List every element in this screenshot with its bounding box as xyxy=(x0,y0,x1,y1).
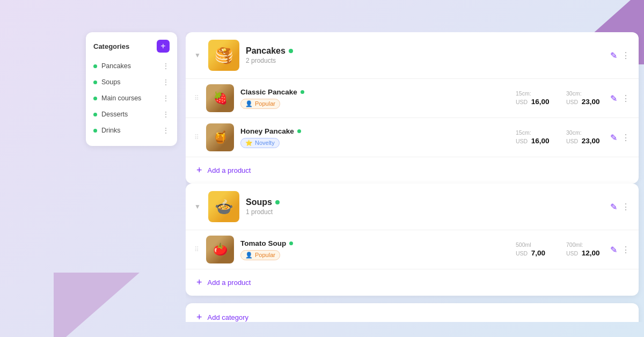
price-amount: 16,00 xyxy=(531,98,550,106)
product-active-dot-tomato-soup xyxy=(289,241,293,245)
product-prices-tomato-soup: 500ml USD 7,00 700ml: USD 12,00 xyxy=(516,241,604,258)
category-actions-pancakes: ✎ ⋮ xyxy=(610,50,630,61)
category-header-pancakes: ▼ 🥞 Pancakes 2 products ✎ ⋮ xyxy=(186,32,639,78)
category-actions-soups: ✎ ⋮ xyxy=(610,202,630,212)
sidebar-item-soups[interactable]: Soups ⋮ xyxy=(86,74,177,90)
price-amount: 23,00 xyxy=(582,98,600,106)
category-name-pancakes: Pancakes xyxy=(246,46,604,56)
sidebar-item-main-courses[interactable]: Main courses ⋮ xyxy=(86,90,177,106)
sidebar-item-more-icon[interactable]: ⋮ xyxy=(162,126,170,135)
sidebar-item-desserts[interactable]: Desserts ⋮ xyxy=(86,106,177,122)
product-more-icon-honey-pancake[interactable]: ⋮ xyxy=(621,133,630,143)
drag-handle-honey-pancake[interactable]: ⠿ xyxy=(194,134,200,141)
price-size-label: 700ml: xyxy=(566,241,583,248)
price-amount: 7,00 xyxy=(531,249,545,257)
price-amount: 16,00 xyxy=(531,137,550,145)
price-value: USD 16,00 xyxy=(516,97,549,106)
sidebar-items-list: Pancakes ⋮ Soups ⋮ Main courses ⋮ Desser… xyxy=(86,58,177,138)
price-currency: USD xyxy=(566,99,578,105)
category-header-soups: ▼ 🍲 Soups 1 product ✎ ⋮ xyxy=(186,184,639,230)
product-info-honey-pancake: Honey Pancake ⭐ Novelty xyxy=(240,127,509,148)
product-edit-icon-honey-pancake[interactable]: ✎ xyxy=(610,133,617,143)
sidebar-item-more-icon[interactable]: ⋮ xyxy=(162,94,170,102)
add-product-row-pancakes[interactable]: + Add a product xyxy=(186,157,639,184)
product-name-honey-pancake: Honey Pancake xyxy=(240,127,509,135)
sidebar-item-dot xyxy=(93,113,97,116)
add-category-card[interactable]: + Add category xyxy=(186,303,639,322)
product-prices-honey-pancake: 15cm: USD 16,00 30cm: USD 23,00 xyxy=(516,129,604,145)
categories-list: ▼ 🥞 Pancakes 2 products ✎ ⋮ ⠿ 🍓 Classic … xyxy=(186,32,639,296)
price-size-label: 500ml xyxy=(516,241,531,248)
price-value: USD 23,00 xyxy=(566,97,599,106)
category-more-icon-pancakes[interactable]: ⋮ xyxy=(621,50,630,61)
price-block: 30cm: USD 23,00 xyxy=(566,129,604,145)
add-product-label-soups: Add a product xyxy=(208,279,251,287)
sidebar-item-pancakes[interactable]: Pancakes ⋮ xyxy=(86,58,177,74)
price-amount: 23,00 xyxy=(582,137,600,145)
sidebar-item-dot xyxy=(93,97,97,100)
price-amount: 12,00 xyxy=(582,249,600,257)
price-block: 700ml: USD 12,00 xyxy=(566,241,604,258)
product-image-tomato-soup: 🍅 xyxy=(206,236,234,263)
sidebar-item-label: Main courses xyxy=(101,94,162,102)
product-info-tomato-soup: Tomato Soup 👤 Popular xyxy=(240,239,509,260)
price-block: 15cm: USD 16,00 xyxy=(516,90,553,106)
product-name-tomato-soup: Tomato Soup xyxy=(240,239,509,247)
category-more-icon-soups[interactable]: ⋮ xyxy=(621,202,630,212)
product-edit-icon-tomato-soup[interactable]: ✎ xyxy=(610,245,617,255)
product-name-classic-pancake: Classic Pancake xyxy=(240,88,509,96)
sidebar-item-drinks[interactable]: Drinks ⋮ xyxy=(86,122,177,138)
sidebar-add-button[interactable]: + xyxy=(157,40,170,53)
product-row-classic-pancake: ⠿ 🍓 Classic Pancake 👤 Popular 15cm: xyxy=(186,78,639,118)
drag-handle-tomato-soup[interactable]: ⠿ xyxy=(194,246,200,253)
add-product-icon-pancakes: + xyxy=(196,165,202,176)
price-value: USD 16,00 xyxy=(516,136,549,145)
price-currency: USD xyxy=(516,99,528,105)
add-product-row-soups[interactable]: + Add a product xyxy=(186,269,639,296)
category-image-soups: 🍲 xyxy=(208,191,239,222)
product-image-classic-pancake: 🍓 xyxy=(206,84,234,112)
sidebar-item-more-icon[interactable]: ⋮ xyxy=(162,110,170,119)
sidebar-item-more-icon[interactable]: ⋮ xyxy=(162,62,170,70)
sidebar-item-label: Drinks xyxy=(101,127,162,134)
category-active-dot-pancakes xyxy=(289,49,293,53)
content-area: ▼ 🥞 Pancakes 2 products ✎ ⋮ ⠿ 🍓 Classic … xyxy=(186,32,644,322)
category-card-soups: ▼ 🍲 Soups 1 product ✎ ⋮ ⠿ 🍅 Tomato Soup xyxy=(186,184,639,296)
product-badge-tomato-soup: 👤 Popular xyxy=(240,250,280,260)
category-edit-icon-soups[interactable]: ✎ xyxy=(610,202,617,212)
add-product-label-pancakes: Add a product xyxy=(208,166,251,174)
product-more-icon-tomato-soup[interactable]: ⋮ xyxy=(621,245,630,255)
product-badge-honey-pancake: ⭐ Novelty xyxy=(240,138,280,148)
category-card-pancakes: ▼ 🥞 Pancakes 2 products ✎ ⋮ ⠿ 🍓 Classic … xyxy=(186,32,639,184)
product-row-honey-pancake: ⠿ 🍯 Honey Pancake ⭐ Novelty 15cm: US xyxy=(186,118,639,157)
category-chevron-soups[interactable]: ▼ xyxy=(194,203,202,210)
price-size-label: 30cm: xyxy=(566,90,582,97)
sidebar-item-dot xyxy=(93,80,97,84)
category-image-pancakes: 🥞 xyxy=(208,40,239,71)
price-size-label: 30cm: xyxy=(566,129,582,136)
product-more-icon-classic-pancake[interactable]: ⋮ xyxy=(621,93,630,104)
category-name-soups: Soups xyxy=(246,197,604,207)
add-category-icon: + xyxy=(196,312,202,322)
category-chevron-pancakes[interactable]: ▼ xyxy=(194,52,202,59)
category-info-soups: Soups 1 product xyxy=(246,197,604,216)
price-value: USD 23,00 xyxy=(566,136,599,145)
product-active-dot-classic-pancake xyxy=(301,90,304,94)
product-actions-classic-pancake: ✎ ⋮ xyxy=(610,93,630,104)
product-actions-tomato-soup: ✎ ⋮ xyxy=(610,245,630,255)
product-image-honey-pancake: 🍯 xyxy=(206,123,234,151)
category-count-soups: 1 product xyxy=(246,208,604,216)
product-actions-honey-pancake: ✎ ⋮ xyxy=(610,133,630,143)
sidebar-header: Categories + xyxy=(86,40,177,58)
sidebar-item-more-icon[interactable]: ⋮ xyxy=(162,78,170,86)
product-edit-icon-classic-pancake[interactable]: ✎ xyxy=(610,93,617,104)
sidebar-item-dot xyxy=(93,129,97,133)
product-info-classic-pancake: Classic Pancake 👤 Popular xyxy=(240,88,509,109)
badge-icon: 👤 xyxy=(245,100,253,107)
category-edit-icon-pancakes[interactable]: ✎ xyxy=(610,50,617,61)
add-product-icon-soups: + xyxy=(196,277,202,288)
drag-handle-classic-pancake[interactable]: ⠿ xyxy=(194,94,200,102)
price-size-label: 15cm: xyxy=(516,129,531,136)
price-block: 15cm: USD 16,00 xyxy=(516,129,553,145)
price-currency: USD xyxy=(516,138,528,144)
